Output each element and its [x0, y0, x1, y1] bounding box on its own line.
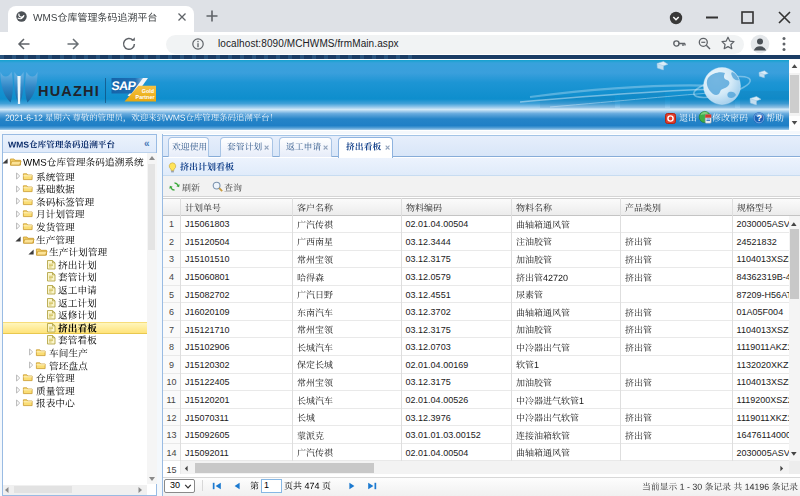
svg-text:SAP: SAP [111, 80, 137, 94]
svg-text:Partner: Partner [136, 94, 156, 100]
svg-text:?: ? [756, 113, 762, 123]
svg-text:Gold: Gold [142, 88, 154, 94]
